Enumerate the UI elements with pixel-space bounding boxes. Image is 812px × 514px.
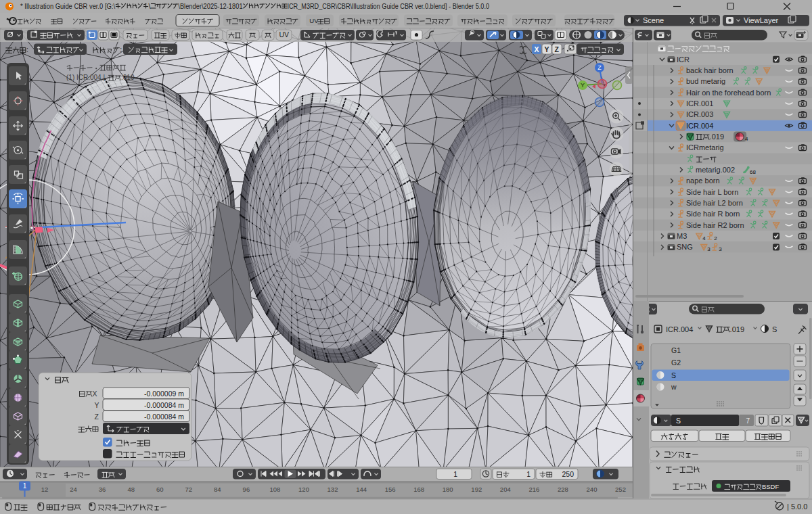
svg-text:UV: UV [309,17,319,24]
svg-text:-0.000009 m: -0.000009 m [144,390,184,398]
svg-text:2: 2 [714,235,717,241]
svg-text:250: 250 [562,470,574,478]
svg-text:60: 60 [156,486,164,493]
svg-text:36: 36 [99,486,106,493]
svg-text:ICR.003: ICR.003 [686,110,713,118]
svg-text:120: 120 [298,486,309,493]
svg-text:48: 48 [127,486,135,493]
svg-text:X: X [93,390,97,398]
svg-text:4: 4 [745,136,748,142]
svg-text:192: 192 [471,486,482,493]
svg-text:1: 1 [23,482,27,490]
svg-text:108: 108 [269,486,280,493]
svg-text:240: 240 [587,486,597,493]
svg-text:bud metarig: bud metarig [686,77,725,85]
svg-text:3: 3 [719,246,722,252]
svg-text:Side hair L2 born: Side hair L2 born [686,199,743,207]
svg-text:ICR: ICR [677,55,690,64]
svg-text:metarig.002: metarig.002 [696,166,735,174]
svg-text:G2: G2 [671,358,681,367]
svg-text:68: 68 [750,169,756,175]
svg-text:S: S [671,371,676,379]
svg-text:\Blender\2025-12-1801: \Blender\2025-12-1801 [178,2,242,10]
svg-text:ICR.004: ICR.004 [666,325,693,333]
svg-text:144: 144 [356,486,367,493]
svg-text:S: S [676,417,681,425]
svg-text:ICR_M3RD_CBR\CBR\Illustration: ICR_M3RD_CBR\CBR\Illustration Guide CBR … [287,2,489,10]
svg-text:.019: .019 [710,133,724,141]
svg-text:.019: .019 [730,325,744,333]
svg-text:-0.000084 m: -0.000084 m [144,401,184,409]
svg-text:Y: Y [581,82,585,89]
svg-text:Z: Z [95,413,99,421]
svg-text:Hair on the forehead born: Hair on the forehead born [686,89,771,97]
svg-text:ICRmetarig: ICRmetarig [686,143,724,151]
svg-text:nape born: nape born [686,177,720,185]
svg-text:w: w [671,383,677,391]
svg-text:M3: M3 [677,232,687,240]
svg-text:3: 3 [707,246,710,252]
svg-text:SNG: SNG [677,243,693,251]
svg-text:Z: Z [597,64,602,71]
svg-text::: : [120,45,122,53]
svg-text::: : [26,45,28,53]
svg-text:ICR.001: ICR.001 [686,99,713,108]
svg-text:Y: Y [545,45,549,53]
svg-text:.019: .019 [121,74,135,81]
svg-text:216: 216 [528,486,539,493]
svg-text:252: 252 [615,486,626,493]
svg-text:12: 12 [41,486,49,493]
svg-text:156: 156 [385,486,396,493]
svg-text:X: X [535,45,539,53]
svg-text:228: 228 [558,486,568,493]
svg-text:* Illustration Guide CBR ver.0: * Illustration Guide CBR ver.0 [G:\ [20,2,116,10]
svg-text:1: 1 [453,470,457,478]
svg-text:ICR.004: ICR.004 [686,122,713,130]
svg-text:96: 96 [243,486,250,493]
svg-text:-0.000084 m: -0.000084 m [144,413,184,421]
svg-text:24: 24 [70,486,77,493]
svg-text:| 5.0.0: | 5.0.0 [787,503,807,511]
svg-text:Z: Z [555,45,560,53]
svg-text:S: S [772,325,777,333]
svg-text:168: 168 [413,486,424,493]
svg-text:7: 7 [746,417,750,425]
svg-text:72: 72 [185,486,193,493]
svg-text:Scene: Scene [643,16,664,24]
svg-text:back hair born: back hair born [686,66,734,74]
svg-text:ViewLayer: ViewLayer [744,16,778,24]
svg-text:132: 132 [328,486,338,493]
svg-text:4: 4 [702,235,706,241]
svg-text:1: 1 [526,470,531,478]
svg-text:180: 180 [443,486,453,493]
svg-text:G1: G1 [671,346,681,354]
svg-text:BSDF: BSDF [762,483,780,490]
svg-text:Y: Y [95,401,99,409]
svg-text:(1) ICR.004 |: (1) ICR.004 | [66,74,105,81]
svg-text:84: 84 [214,486,221,493]
svg-text:204: 204 [500,486,511,493]
svg-text:Side hair R2 born: Side hair R2 born [686,221,744,229]
svg-text:Side hair R born: Side hair R born [686,210,740,218]
svg-text:UV: UV [279,30,290,39]
svg-text:Side hair L born: Side hair L born [686,188,738,196]
